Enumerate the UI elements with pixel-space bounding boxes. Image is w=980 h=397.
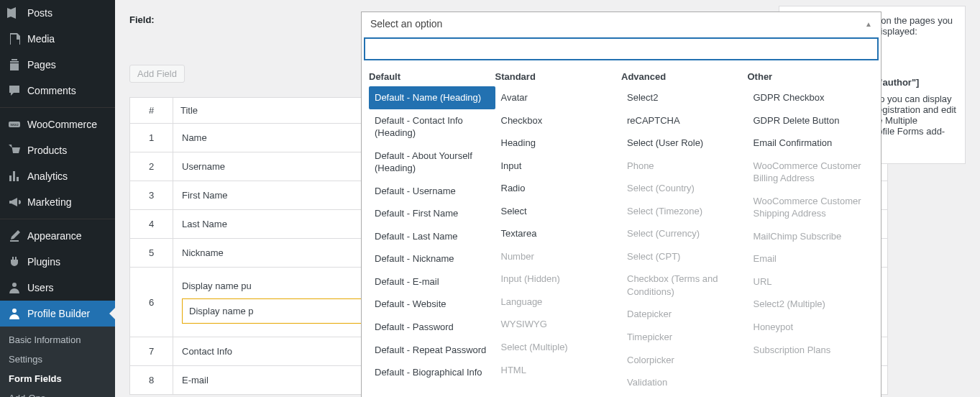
chevron-up-icon: ▲ <box>865 20 872 28</box>
pages-icon <box>7 58 22 72</box>
dropdown-option: Number <box>495 245 622 268</box>
media-icon <box>7 32 22 46</box>
sidebar-item-marketing[interactable]: Marketing <box>0 189 115 215</box>
dropdown-option: Select (CPT) <box>621 245 748 268</box>
dropdown-option: URL <box>748 270 874 293</box>
woo-icon: woo <box>7 117 22 132</box>
sidebar-item-analytics[interactable]: Analytics <box>0 163 115 189</box>
field-label: Field: <box>129 14 155 25</box>
sidebar-item-posts[interactable]: Posts <box>0 0 115 26</box>
dropdown-option: Input (Hidden) <box>495 268 622 291</box>
dropdown-option[interactable]: Default - First Name <box>369 202 495 225</box>
row-number: 2 <box>130 152 173 181</box>
submenu-item-settings[interactable]: Settings <box>0 350 115 369</box>
dropdown-option: Subscription Plans <box>748 339 874 362</box>
row-number: 4 <box>130 210 173 239</box>
dropdown-option: Select (Timezone) <box>621 200 748 223</box>
dropdown-option[interactable]: Heading <box>495 132 622 155</box>
dropdown-option[interactable]: Email Confirmation <box>748 132 874 155</box>
dropdown-option[interactable]: Default - Last Name <box>369 225 495 248</box>
dropdown-option[interactable]: Default - E-mail <box>369 270 495 293</box>
analytics-icon <box>7 169 22 183</box>
comment-icon <box>7 83 22 98</box>
products-icon <box>7 143 22 158</box>
dropdown-option[interactable]: Default - Nickname <box>369 247 495 270</box>
dropdown-option[interactable]: GDPR Checkbox <box>748 86 874 109</box>
dropdown-option[interactable]: Default - About Yourself (Heading) <box>369 145 495 180</box>
dropdown-option[interactable]: Radio <box>495 177 622 200</box>
row-number: 7 <box>130 337 173 366</box>
submenu-item-basic-information[interactable]: Basic Information <box>0 330 115 350</box>
row-number: 1 <box>130 124 173 152</box>
dropdown-option: Select (Country) <box>621 177 748 200</box>
dropdown-search-wrap <box>362 35 881 63</box>
dropdown-option[interactable]: Select <box>495 200 622 223</box>
dropdown-option[interactable]: reCAPTCHA <box>621 109 748 132</box>
dropdown-option: HTML <box>495 359 622 382</box>
sidebar-item-woocommerce[interactable]: wooWooCommerce <box>0 107 115 137</box>
dropdown-option: WooCommerce Customer Shipping Address <box>748 190 874 225</box>
dropdown-option: Checkbox (Terms and Conditions) <box>621 268 748 303</box>
dropdown-option[interactable]: Checkbox <box>495 109 622 132</box>
dropdown-option: Phone <box>621 155 748 178</box>
dropdown-group: DefaultDefault - Name (Heading)Default -… <box>369 67 495 394</box>
dropdown-header[interactable]: Select an option ▲ <box>362 12 881 35</box>
dropdown-group-title: Other <box>748 67 874 86</box>
dropdown-option[interactable]: Select2 <box>621 86 748 109</box>
row-number: 8 <box>130 366 173 395</box>
dropdown-option[interactable]: Input <box>495 155 622 178</box>
dropdown-group: StandardAvatarCheckboxHeadingInputRadioS… <box>495 67 622 394</box>
dropdown-option[interactable]: Default - Biographical Info <box>369 361 495 384</box>
submenu-item-form-fields[interactable]: Form Fields <box>0 369 115 388</box>
dropdown-option[interactable]: Default - Website <box>369 293 495 316</box>
dropdown-option[interactable]: Textarea <box>495 222 622 245</box>
field-select-dropdown: Select an option ▲ DefaultDefault - Name… <box>361 12 881 397</box>
sidebar-item-label: Plugins <box>27 256 60 268</box>
svg-point-3 <box>12 309 17 313</box>
sidebar-item-label: Products <box>27 145 67 156</box>
sidebar-item-comments[interactable]: Comments <box>0 78 115 104</box>
dropdown-search-input[interactable] <box>365 38 878 60</box>
sidebar-item-pages[interactable]: Pages <box>0 52 115 78</box>
sidebar-item-profile-builder[interactable]: Profile Builder <box>0 301 115 327</box>
dropdown-option[interactable]: GDPR Delete Button <box>748 109 874 132</box>
dropdown-option: Timepicker <box>621 326 748 349</box>
dropdown-group-title: Standard <box>495 67 622 86</box>
sidebar-item-label: Analytics <box>27 170 68 182</box>
row-number: 5 <box>130 239 173 268</box>
sidebar-item-appearance[interactable]: Appearance <box>0 219 115 249</box>
sidebar-item-label: Posts <box>27 7 52 19</box>
dropdown-option: Colorpicker <box>621 349 748 372</box>
submenu-item-add-ons[interactable]: Add-Ons <box>0 388 115 397</box>
sidebar-item-media[interactable]: Media <box>0 26 115 52</box>
dropdown-option: Select (Currency) <box>621 222 748 245</box>
dropdown-option[interactable]: Select (User Role) <box>621 132 748 155</box>
sidebar-item-plugins[interactable]: Plugins <box>0 249 115 275</box>
dropdown-option[interactable]: Default - Password <box>369 316 495 339</box>
dropdown-option: Language <box>495 291 622 314</box>
sidebar-item-users[interactable]: Users <box>0 275 115 301</box>
brush-icon <box>7 229 22 243</box>
dropdown-option[interactable]: Default - Name (Heading) <box>369 86 495 109</box>
dropdown-option: Validation <box>621 371 748 394</box>
sidebar-submenu: Basic InformationSettingsForm FieldsAdd-… <box>0 327 115 397</box>
dropdown-option[interactable]: Default - Repeat Password <box>369 339 495 362</box>
dropdown-option: Honeypot <box>748 316 874 339</box>
sidebar-item-label: Pages <box>27 59 56 70</box>
dropdown-option: Datepicker <box>621 303 748 326</box>
admin-sidebar: PostsMediaPagesCommentswooWooCommercePro… <box>0 0 115 397</box>
sidebar-item-label: Users <box>27 282 54 293</box>
dropdown-placeholder: Select an option <box>370 18 442 29</box>
user-icon <box>7 306 22 321</box>
dropdown-option[interactable]: Avatar <box>495 86 622 109</box>
dropdown-group-title: Advanced <box>621 67 748 86</box>
add-field-button[interactable]: Add Field <box>129 65 185 83</box>
svg-point-2 <box>12 283 17 287</box>
dropdown-group-title: Default <box>369 67 495 86</box>
marketing-icon <box>7 195 22 209</box>
dropdown-option: MailChimp Subscribe <box>748 225 874 248</box>
dropdown-group: OtherGDPR CheckboxGDPR Delete ButtonEmai… <box>748 67 874 394</box>
sidebar-item-products[interactable]: Products <box>0 137 115 163</box>
dropdown-option[interactable]: Default - Contact Info (Heading) <box>369 109 495 145</box>
dropdown-option[interactable]: Default - Username <box>369 180 495 203</box>
